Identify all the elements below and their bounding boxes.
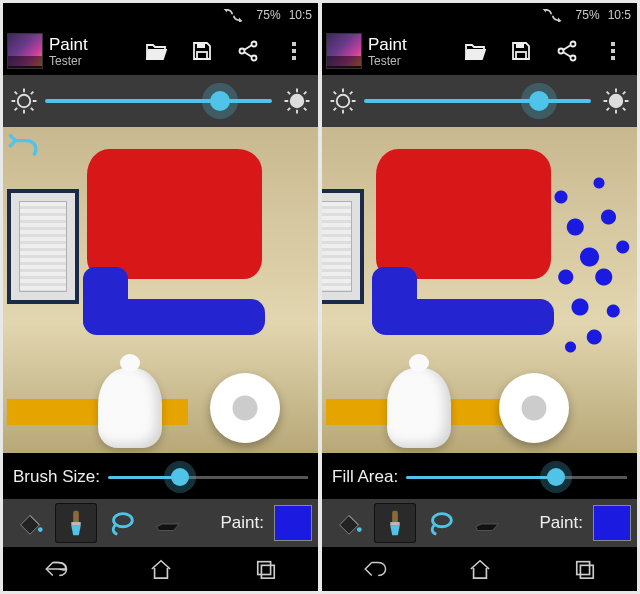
- share-button[interactable]: [228, 31, 268, 71]
- brightness-low-icon: [326, 84, 360, 118]
- app-title: Paint: [49, 36, 88, 53]
- overflow-menu-button[interactable]: [274, 31, 314, 71]
- svg-rect-12: [73, 511, 79, 523]
- share-button[interactable]: [547, 31, 587, 71]
- open-folder-button[interactable]: [455, 31, 495, 71]
- controls-bar: Fill Area:: [322, 453, 637, 499]
- app-subtitle: Tester: [368, 55, 407, 67]
- brush-size-slider[interactable]: [108, 465, 308, 489]
- svg-rect-16: [261, 565, 274, 578]
- nav-bar: [322, 547, 637, 591]
- brush-tool[interactable]: [374, 503, 416, 543]
- brightness-slider[interactable]: [45, 86, 272, 116]
- save-button[interactable]: [182, 31, 222, 71]
- app-bar: Paint Tester: [3, 27, 318, 75]
- slider-label: Fill Area:: [332, 467, 398, 487]
- screenshot-side-by-side: 75% 10:5 Paint Tester: [0, 0, 640, 594]
- svg-point-10: [291, 95, 304, 108]
- lasso-tool[interactable]: [101, 503, 143, 543]
- brightness-slider[interactable]: [364, 86, 591, 116]
- overflow-menu-button[interactable]: [593, 31, 633, 71]
- paint-color-swatch[interactable]: [593, 505, 631, 541]
- svg-point-28: [357, 527, 362, 532]
- bucket-tool[interactable]: [9, 503, 51, 543]
- recent-apps-button[interactable]: [572, 558, 598, 580]
- status-bar: 75% 10:5: [322, 3, 637, 27]
- brightness-high-icon: [599, 84, 633, 118]
- brightness-low-icon: [7, 84, 41, 118]
- svg-rect-5: [197, 52, 207, 59]
- app-icon[interactable]: [7, 33, 43, 69]
- app-bar: Paint Tester: [322, 27, 637, 75]
- svg-rect-30: [390, 522, 399, 526]
- app-title-block: Paint Tester: [368, 36, 407, 67]
- fill-area-slider[interactable]: [406, 465, 627, 489]
- svg-rect-29: [392, 511, 398, 523]
- sync-icons: [540, 8, 564, 22]
- lasso-tool[interactable]: [420, 503, 462, 543]
- sync-icons: [221, 8, 245, 22]
- undo-icon[interactable]: [7, 131, 41, 161]
- phone-pane-right: 75% 10:5 Paint Tester: [322, 3, 637, 591]
- paint-canvas[interactable]: [322, 127, 637, 453]
- svg-rect-4: [197, 43, 205, 48]
- brush-tool[interactable]: [55, 503, 97, 543]
- brightness-bar: [322, 75, 637, 127]
- bucket-tool[interactable]: [328, 503, 370, 543]
- controls-bar: Brush Size:: [3, 453, 318, 499]
- eraser-tool[interactable]: [147, 503, 189, 543]
- svg-point-31: [433, 514, 452, 527]
- svg-point-9: [18, 95, 31, 108]
- battery-pct-label: 75%: [576, 8, 600, 22]
- svg-rect-22: [516, 52, 526, 59]
- tool-bar: Paint:: [3, 499, 318, 547]
- paint-label: Paint:: [221, 513, 264, 533]
- svg-point-27: [610, 95, 623, 108]
- brightness-bar: [3, 75, 318, 127]
- paint-color-swatch[interactable]: [274, 505, 312, 541]
- app-subtitle: Tester: [49, 55, 88, 67]
- paint-canvas[interactable]: [3, 127, 318, 453]
- tool-bar: Paint:: [322, 499, 637, 547]
- save-button[interactable]: [501, 31, 541, 71]
- clock-label: 10:5: [608, 8, 631, 22]
- svg-rect-32: [576, 562, 589, 575]
- svg-point-26: [337, 95, 350, 108]
- svg-rect-13: [71, 522, 80, 526]
- app-title: Paint: [368, 36, 407, 53]
- svg-rect-33: [580, 565, 593, 578]
- battery-pct-label: 75%: [257, 8, 281, 22]
- home-button[interactable]: [148, 558, 174, 580]
- app-title-block: Paint Tester: [49, 36, 88, 67]
- svg-rect-15: [257, 562, 270, 575]
- nav-bar: [3, 547, 318, 591]
- eraser-tool[interactable]: [466, 503, 508, 543]
- paint-label: Paint:: [540, 513, 583, 533]
- open-folder-button[interactable]: [136, 31, 176, 71]
- recent-apps-button[interactable]: [253, 558, 279, 580]
- svg-point-14: [114, 514, 133, 527]
- brightness-high-icon: [280, 84, 314, 118]
- phone-pane-left: 75% 10:5 Paint Tester: [3, 3, 318, 591]
- home-button[interactable]: [467, 558, 493, 580]
- status-bar: 75% 10:5: [3, 3, 318, 27]
- fill-pattern: [542, 167, 637, 367]
- svg-point-11: [38, 527, 43, 532]
- back-button[interactable]: [43, 558, 69, 580]
- clock-label: 10:5: [289, 8, 312, 22]
- back-button[interactable]: [362, 558, 388, 580]
- app-icon[interactable]: [326, 33, 362, 69]
- svg-rect-21: [516, 43, 524, 48]
- slider-label: Brush Size:: [13, 467, 100, 487]
